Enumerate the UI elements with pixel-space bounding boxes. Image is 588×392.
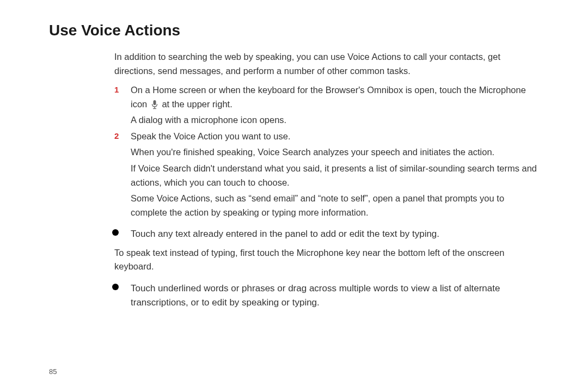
bullet-dot-icon [112, 284, 119, 290]
step-2-text: Speak the Voice Action you want to use. [131, 131, 291, 141]
step-2-result-3: Some Voice Actions, such as “send email”… [114, 192, 539, 219]
page-title: Use Voice Actions [49, 22, 539, 39]
step-1-result: A dialog with a microphone icon opens. [114, 113, 539, 127]
page-number: 85 [49, 367, 57, 376]
bullet-item-2: Touch underlined words or phrases or dra… [114, 281, 539, 310]
step-1-text-after: at the upper right. [160, 99, 232, 109]
bullet-2-text: Touch underlined words or phrases or dra… [131, 283, 500, 308]
plain-paragraph-1: To speak text instead of typing, first t… [114, 246, 539, 274]
step-2-result-1: When you're finished speaking, Voice Sea… [114, 145, 539, 160]
bullet-item-1: Touch any text already entered in the pa… [114, 227, 539, 241]
step-1: 1 On a Home screen or when the keyboard … [114, 83, 539, 111]
step-2: 2 Speak the Voice Action you want to use… [114, 130, 539, 144]
body-content: In addition to searching the web by spea… [49, 50, 539, 310]
step-2-result-2: If Voice Search didn't understand what y… [114, 162, 539, 189]
bullet-dot-icon [112, 229, 119, 236]
svg-rect-0 [153, 100, 156, 105]
step-2-number: 2 [114, 130, 119, 142]
intro-paragraph: In addition to searching the web by spea… [114, 50, 539, 78]
bullet-1-text: Touch any text already entered in the pa… [131, 229, 439, 239]
microphone-icon [151, 100, 158, 109]
step-1-number: 1 [114, 83, 119, 96]
